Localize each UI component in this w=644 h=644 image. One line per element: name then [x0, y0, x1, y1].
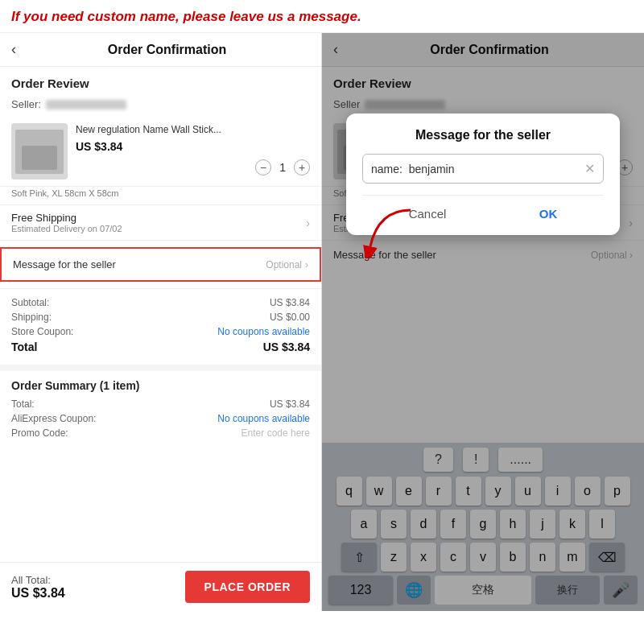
left-shipping-cost-row: Shipping: US $0.00: [11, 312, 310, 323]
dialog-clear-icon[interactable]: ✕: [584, 161, 595, 176]
left-product-row: New regulation Name Wall Stick... US $3.…: [0, 117, 321, 187]
left-place-order-bar: All Total: US $3.84 PLACE ORDER: [0, 562, 321, 611]
left-shipping-cost-label: Shipping:: [11, 312, 52, 323]
left-seller-row: Seller:: [0, 95, 321, 117]
left-shipping-info: Free Shipping Estimated Delivery on 07/0…: [11, 212, 122, 233]
top-banner: If you need custom name, please leave us…: [0, 0, 644, 33]
left-order-content: Order Review Seller: New regulation Name…: [0, 67, 321, 562]
left-message-optional: Optional ›: [266, 259, 308, 270]
left-summary-total-row: Total: US $3.84: [11, 398, 310, 410]
left-product-title: New regulation Name Wall Stick...: [76, 123, 310, 137]
left-order-summary-title: Order Summary (1 item): [11, 379, 310, 392]
left-shipping-title: Free Shipping: [11, 212, 122, 224]
left-summary-total-label: Total:: [11, 398, 35, 410]
dialog-cancel-button[interactable]: Cancel: [393, 204, 463, 224]
left-total-row: Total US $3.84: [11, 341, 310, 353]
left-all-total: All Total: US $3.84: [11, 574, 65, 601]
left-subtotal-value: US $3.84: [270, 297, 310, 308]
banner-text: If you need custom name, please leave us…: [11, 8, 633, 26]
left-promo-row: Promo Code: Enter code here: [11, 427, 310, 439]
left-panel: ‹ Order Confirmation Order Review Seller…: [0, 33, 322, 611]
left-aliexpress-coupon-row: AliExpress Coupon: No coupons available: [11, 413, 310, 424]
left-all-total-label: All Total:: [11, 574, 51, 586]
left-subtotal-label: Subtotal:: [11, 297, 49, 308]
left-variant-text: Soft Pink, XL 58cm X 58cm: [0, 187, 321, 204]
dialog-input-row[interactable]: ✕: [362, 154, 604, 184]
panels: ‹ Order Confirmation Order Review Seller…: [0, 33, 644, 611]
dialog-title: Message for the seller: [362, 128, 604, 142]
left-order-review-label: Order Review: [0, 67, 321, 95]
left-qty-num: 1: [279, 161, 286, 174]
left-order-summary-section: Order Summary (1 item) Total: US $3.84 A…: [0, 365, 321, 450]
left-coupon-row: Store Coupon: No coupons available: [11, 326, 310, 337]
left-shipping-chevron: ›: [306, 217, 310, 229]
left-place-order-button[interactable]: PLACE ORDER: [185, 571, 310, 603]
dialog-ok-button[interactable]: OK: [523, 204, 574, 224]
left-back-arrow[interactable]: ‹: [11, 41, 16, 58]
left-promo-input[interactable]: Enter code here: [242, 427, 310, 439]
left-qty-plus[interactable]: +: [294, 159, 310, 175]
left-qty-minus[interactable]: −: [255, 159, 271, 175]
left-message-label: Message for the seller: [13, 258, 116, 270]
message-dialog: Message for the seller ✕ Cancel OK: [346, 114, 620, 235]
left-product-price: US $3.84: [76, 140, 310, 153]
left-subtotal-row: Subtotal: US $3.84: [11, 297, 310, 308]
left-message-row[interactable]: Message for the seller Optional ›: [0, 247, 321, 282]
left-promo-label: Promo Code:: [11, 427, 68, 439]
left-coupon-label: Store Coupon:: [11, 326, 73, 337]
left-seller-name-blur: [46, 100, 126, 109]
left-title: Order Confirmation: [24, 43, 310, 57]
left-product-details: New regulation Name Wall Stick... US $3.…: [76, 123, 310, 175]
dialog-actions: Cancel OK: [362, 195, 604, 224]
left-shipping-sub: Estimated Delivery on 07/02: [11, 224, 122, 233]
left-shipping-row[interactable]: Free Shipping Estimated Delivery on 07/0…: [0, 204, 321, 241]
left-shipping-cost-value: US $0.00: [270, 312, 310, 323]
left-all-total-value: US $3.84: [11, 586, 65, 601]
left-price-summary: Subtotal: US $3.84 Shipping: US $0.00 St…: [0, 288, 321, 365]
left-seller-label: Seller:: [11, 98, 41, 110]
left-optional-text: Optional: [266, 259, 302, 270]
left-qty-control: − 1 +: [76, 159, 310, 175]
left-total-value: US $3.84: [263, 341, 310, 353]
left-product-image: [11, 123, 68, 180]
left-total-label: Total: [11, 341, 37, 353]
left-aliexpress-coupon-label: AliExpress Coupon:: [11, 413, 96, 424]
right-panel: ‹ Order Confirmation Order Review Seller…: [322, 33, 644, 611]
left-coupon-value[interactable]: No coupons available: [217, 326, 310, 337]
left-header: ‹ Order Confirmation: [0, 33, 321, 67]
left-aliexpress-coupon-value[interactable]: No coupons available: [217, 413, 310, 424]
left-summary-total-value: US $3.84: [270, 398, 310, 410]
dialog-input[interactable]: [371, 163, 581, 175]
left-product-img-inner: [15, 130, 64, 174]
left-message-chevron: ›: [305, 259, 308, 270]
